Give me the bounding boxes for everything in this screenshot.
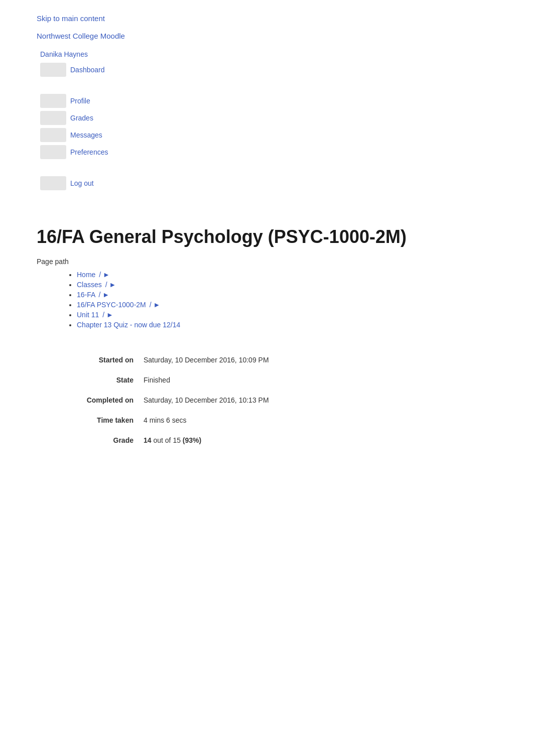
nav-item-empty-3 (40, 192, 533, 206)
grade-percent-value: (93%) (183, 436, 201, 444)
messages-avatar (40, 128, 66, 142)
nav-item-preferences: Preferences (40, 144, 533, 161)
nav-item-logout: Log out (40, 175, 533, 192)
nav-item-empty-2 (40, 161, 533, 175)
breadcrumb-chapter13-link[interactable]: Chapter 13 Quiz - now due 12/14 (77, 321, 180, 329)
grade-label: Grade (73, 436, 144, 444)
navigation-menu: Danika Haynes Dashboard Profile Grades M… (0, 47, 533, 206)
breadcrumb-16fa-arrow: / ► (98, 291, 109, 299)
breadcrumb-home-arrow: / ► (99, 271, 110, 279)
breadcrumb-unit11-arrow: / ► (102, 311, 113, 319)
grade-number: 14 (144, 436, 152, 444)
messages-link[interactable]: Messages (70, 131, 102, 139)
breadcrumb-psyc-link[interactable]: 16/FA PSYC-1000-2M (77, 301, 146, 309)
grade-value: 14 out of 15 (93%) (144, 436, 201, 444)
logout-link[interactable]: Log out (70, 179, 94, 187)
preferences-link[interactable]: Preferences (70, 148, 108, 156)
breadcrumb-chapter13: Chapter 13 Quiz - now due 12/14 (77, 320, 496, 330)
main-content: 16/FA General Psychology (PSYC-1000-2M) … (0, 211, 533, 465)
completed-on-row: Completed on Saturday, 10 December 2016,… (73, 390, 460, 410)
started-on-row: Started on Saturday, 10 December 2016, 1… (73, 350, 460, 370)
page-path-label: Page path (37, 258, 496, 266)
completed-on-value: Saturday, 10 December 2016, 10:13 PM (144, 396, 269, 404)
nav-item-grades: Grades (40, 109, 533, 127)
grades-avatar (40, 111, 66, 125)
breadcrumb-list: Home / ► Classes / ► 16-FA / ► 16/FA PSY… (37, 270, 496, 330)
page-title: 16/FA General Psychology (PSYC-1000-2M) (37, 226, 496, 247)
dashboard-link[interactable]: Dashboard (70, 66, 105, 74)
breadcrumb-home-link[interactable]: Home (77, 271, 95, 279)
grade-row: Grade 14 out of 15 (93%) (73, 430, 460, 450)
profile-avatar (40, 94, 66, 108)
time-taken-row: Time taken 4 mins 6 secs (73, 410, 460, 430)
time-taken-value: 4 mins 6 secs (144, 416, 187, 424)
breadcrumb-unit11-link[interactable]: Unit 11 (77, 311, 99, 319)
nav-item-messages: Messages (40, 127, 533, 144)
nav-item-user: Danika Haynes (40, 47, 533, 61)
skip-to-main-link[interactable]: Skip to main content (0, 0, 533, 28)
grade-out-of-text: out of 15 (153, 436, 181, 444)
state-value: Finished (144, 376, 170, 384)
quiz-info-table: Started on Saturday, 10 December 2016, 1… (73, 350, 460, 450)
grades-link[interactable]: Grades (70, 114, 93, 122)
breadcrumb-classes-link[interactable]: Classes (77, 281, 102, 289)
time-taken-label: Time taken (73, 416, 144, 424)
state-row: State Finished (73, 370, 460, 390)
nav-item-dashboard: Dashboard (40, 61, 533, 78)
state-label: State (73, 376, 144, 384)
nav-item-profile: Profile (40, 92, 533, 109)
breadcrumb-classes: Classes / ► (77, 280, 496, 290)
completed-on-label: Completed on (73, 396, 144, 404)
breadcrumb-psyc: 16/FA PSYC-1000-2M / ► (77, 300, 496, 310)
breadcrumb-home: Home / ► (77, 270, 496, 280)
breadcrumb-psyc-arrow: / ► (150, 301, 161, 309)
site-title-link[interactable]: Northwest College Moodle (0, 28, 533, 47)
breadcrumb-16fa: 16-FA / ► (77, 290, 496, 300)
nav-item-empty-1 (40, 78, 533, 92)
preferences-avatar (40, 145, 66, 159)
breadcrumb-classes-arrow: / ► (105, 281, 116, 289)
started-on-label: Started on (73, 356, 144, 364)
started-on-value: Saturday, 10 December 2016, 10:09 PM (144, 356, 269, 364)
breadcrumb-unit11: Unit 11 / ► (77, 310, 496, 320)
breadcrumb-16fa-link[interactable]: 16-FA (77, 291, 95, 299)
logout-avatar (40, 176, 66, 190)
user-name-link[interactable]: Danika Haynes (40, 50, 88, 58)
dashboard-avatar (40, 63, 66, 77)
profile-link[interactable]: Profile (70, 97, 90, 105)
